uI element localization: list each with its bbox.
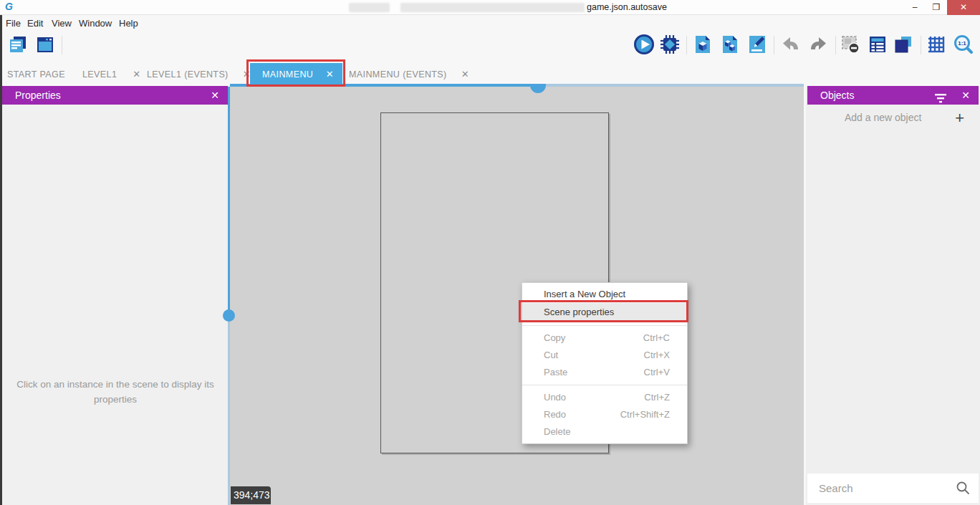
minimize-button[interactable]: –	[904, 0, 926, 15]
properties-panel-title: Properties	[15, 90, 61, 101]
redacted-path-segment	[400, 3, 585, 12]
properties-panel-header: Properties ✕	[2, 86, 228, 105]
search-icon[interactable]	[956, 481, 970, 498]
vertical-splitter-handle[interactable]	[223, 309, 235, 322]
tab-level1-events[interactable]: LEVEL1 (EVENTS)✕	[147, 63, 251, 86]
menu-item-redo[interactable]: Redo Ctrl+Shift+Z	[522, 406, 687, 423]
shortcut-label: Ctrl+V	[644, 364, 670, 381]
tab-close-icon[interactable]: ✕	[133, 69, 140, 80]
redo-icon[interactable]	[807, 34, 829, 55]
layers-icon[interactable]	[893, 34, 914, 55]
vertical-splitter	[228, 321, 230, 505]
toolbar-separator	[686, 36, 687, 54]
zoom-original-icon[interactable]: 1:1	[953, 34, 974, 55]
window-title: game.json.autosave	[587, 2, 667, 12]
instances-list-icon[interactable]	[867, 34, 888, 55]
shortcut-label: Ctrl+Shift+Z	[620, 406, 670, 423]
title-bar: G game.json.autosave – ❐ ✕	[0, 0, 980, 15]
mask-instances-icon[interactable]	[840, 34, 861, 55]
filter-icon[interactable]	[934, 90, 947, 109]
tab-close-icon[interactable]: ✕	[461, 69, 469, 80]
menu-separator	[522, 385, 687, 385]
object-search-input[interactable]	[819, 473, 948, 503]
menu-window[interactable]: Window	[79, 15, 112, 32]
menu-file[interactable]: File	[6, 15, 21, 32]
scene-canvas[interactable]: 394;473	[230, 87, 804, 505]
tab-close-icon[interactable]: ✕	[326, 63, 334, 86]
project-manager-icon[interactable]	[7, 34, 29, 55]
close-window-button[interactable]: ✕	[947, 0, 980, 15]
toolbar-separator	[921, 36, 921, 54]
menu-bar: File Edit View Window Help	[0, 15, 980, 32]
shortcut-label: Ctrl+C	[643, 330, 670, 347]
add-object-row[interactable]: Add a new object +	[806, 112, 980, 129]
grid-icon[interactable]	[926, 34, 947, 55]
tab-mainmenu[interactable]: MAINMENU✕	[250, 63, 342, 86]
menu-item-cut[interactable]: Cut Ctrl+X	[522, 347, 687, 364]
menu-help[interactable]: Help	[119, 15, 138, 32]
add-object-label: Add a new object	[845, 112, 921, 123]
objects-panel-title: Objects	[820, 90, 854, 101]
restore-button[interactable]: ❐	[926, 0, 947, 15]
menu-edit[interactable]: Edit	[27, 15, 43, 32]
shortcut-label: Ctrl+Z	[644, 389, 670, 406]
menu-item-delete[interactable]: Delete	[522, 423, 687, 441]
toolbar-separator	[62, 36, 62, 54]
menu-item-insert-new-object[interactable]: Insert a New Object	[522, 286, 687, 303]
window-left-edge	[0, 15, 2, 505]
objects-panel-header: Objects ✕	[807, 86, 979, 105]
svg-text:1:1: 1:1	[958, 40, 966, 47]
menu-item-scene-properties[interactable]: Scene properties	[522, 303, 687, 322]
objects-editor-icon[interactable]	[692, 34, 714, 55]
menu-view[interactable]: View	[52, 15, 72, 32]
properties-panel: Properties ✕ Click on an instance in the…	[2, 86, 228, 505]
menu-item-copy[interactable]: Copy Ctrl+C	[522, 330, 687, 347]
app-window: G game.json.autosave – ❐ ✕ File Edit Vie…	[0, 0, 980, 505]
cursor-coordinates-badge: 394;473	[231, 486, 271, 504]
menu-item-undo[interactable]: Undo Ctrl+Z	[522, 389, 687, 406]
horizontal-splitter	[230, 84, 530, 87]
vertical-splitter	[228, 87, 230, 310]
play-icon[interactable]	[633, 34, 655, 55]
properties-empty-message: Click on an instance in the scene to dis…	[15, 377, 216, 408]
gdevelop-logo-icon: G	[5, 1, 12, 12]
toolbar: 1:1	[0, 32, 980, 63]
tab-bar: START PAGE LEVEL1✕ LEVEL1 (EVENTS)✕ MAIN…	[0, 63, 980, 86]
debugger-icon[interactable]	[659, 34, 681, 55]
add-object-plus-icon[interactable]: +	[955, 109, 964, 128]
object-groups-icon[interactable]	[719, 34, 741, 55]
objects-panel: Objects ✕ Add a new object +	[806, 86, 980, 505]
toolbar-separator	[835, 36, 836, 54]
scene-properties-edit-icon[interactable]	[746, 34, 768, 55]
tab-level1[interactable]: LEVEL1✕	[82, 63, 141, 86]
tab-mainmenu-events[interactable]: MAINMENU (EVENTS)✕	[349, 63, 469, 86]
redacted-path-segment	[349, 3, 390, 12]
menu-separator	[522, 325, 687, 326]
object-search-box	[807, 473, 979, 503]
tab-start-page[interactable]: START PAGE	[7, 63, 65, 86]
close-properties-icon[interactable]: ✕	[211, 86, 219, 105]
context-menu: Insert a New Object Scene properties Cop…	[522, 282, 688, 444]
start-page-icon[interactable]	[34, 34, 56, 55]
horizontal-splitter	[546, 84, 804, 87]
undo-icon[interactable]	[780, 34, 802, 55]
toolbar-separator	[774, 36, 774, 54]
close-objects-icon[interactable]: ✕	[961, 86, 970, 105]
shortcut-label: Ctrl+X	[644, 347, 670, 364]
menu-item-paste[interactable]: Paste Ctrl+V	[522, 364, 687, 381]
